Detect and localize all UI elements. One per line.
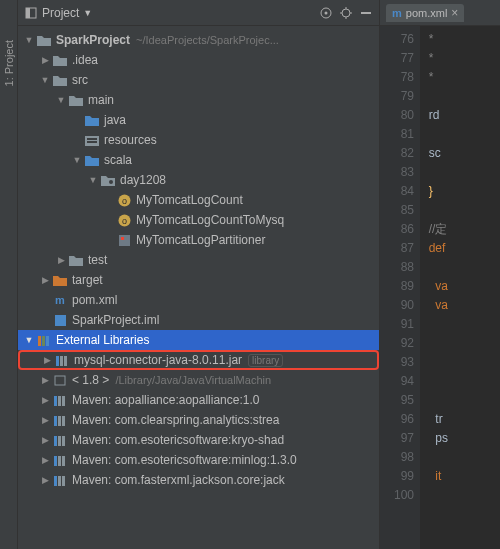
svg-rect-24 xyxy=(54,396,57,406)
project-toolbar: Project ▼ xyxy=(18,0,379,26)
svg-rect-5 xyxy=(361,12,371,14)
svg-rect-18 xyxy=(42,336,45,346)
tree-item-idea[interactable]: ▶ .idea xyxy=(18,50,379,70)
svg-point-4 xyxy=(342,9,350,17)
project-path: ~/IdeaProjects/SparkProjec... xyxy=(136,34,279,46)
tree-item-iml[interactable]: SparkProject.iml xyxy=(18,310,379,330)
tree-item-test[interactable]: ▶ test xyxy=(18,250,379,270)
tool-window-project[interactable]: 1: Project xyxy=(3,40,15,86)
maven-icon: m xyxy=(392,7,402,19)
svg-rect-20 xyxy=(56,356,59,366)
tree-item-pom[interactable]: m pom.xml xyxy=(18,290,379,310)
project-name: SparkProject xyxy=(56,33,130,47)
svg-rect-32 xyxy=(62,436,65,446)
chevron-right-icon[interactable]: ▶ xyxy=(38,395,52,405)
svg-text:o: o xyxy=(121,196,126,206)
chevron-right-icon[interactable]: ▶ xyxy=(38,475,52,485)
chevron-down-icon[interactable]: ▼ xyxy=(38,75,52,85)
svg-rect-23 xyxy=(55,376,65,385)
library-icon xyxy=(52,392,68,408)
line-gutter: 7677787980818283848586878889909192939495… xyxy=(380,26,420,549)
chevron-down-icon[interactable]: ▼ xyxy=(22,35,36,45)
svg-rect-25 xyxy=(58,396,61,406)
locate-icon[interactable] xyxy=(319,6,333,20)
editor-tabs: m pom.xml × xyxy=(380,0,500,26)
tree-lib-maven[interactable]: ▶ Maven: com.esotericsoftware:minlog:1.3… xyxy=(18,450,379,470)
tree-item-scala[interactable]: ▼ scala xyxy=(18,150,379,170)
svg-rect-7 xyxy=(87,138,97,140)
tree-file-logcount[interactable]: o MyTomcatLogCount xyxy=(18,190,379,210)
chevron-right-icon[interactable]: ▶ xyxy=(38,455,52,465)
chevron-right-icon[interactable]: ▶ xyxy=(38,415,52,425)
folder-icon xyxy=(36,32,52,48)
svg-rect-38 xyxy=(62,476,65,486)
tree-lib-jdk[interactable]: ▶ < 1.8 > /Library/Java/JavaVirtualMachi… xyxy=(18,370,379,390)
svg-rect-14 xyxy=(119,235,130,246)
chevron-down-icon[interactable]: ▼ xyxy=(54,95,68,105)
libraries-icon xyxy=(36,332,52,348)
library-tag: library xyxy=(248,354,283,367)
chevron-down-icon[interactable]: ▼ xyxy=(22,335,36,345)
tree-lib-mysql[interactable]: ▶ mysql-connector-java-8.0.11.jar librar… xyxy=(18,350,379,370)
package-icon xyxy=(100,172,116,188)
tree-item-resources[interactable]: resources xyxy=(18,130,379,150)
tree-item-target[interactable]: ▶ target xyxy=(18,270,379,290)
editor-tab-pom[interactable]: m pom.xml × xyxy=(386,4,464,22)
folder-icon xyxy=(68,92,84,108)
tree-item-main[interactable]: ▼ main xyxy=(18,90,379,110)
tree-lib-maven[interactable]: ▶ Maven: aopalliance:aopalliance:1.0 xyxy=(18,390,379,410)
scala-object-icon: o xyxy=(116,192,132,208)
svg-rect-35 xyxy=(62,456,65,466)
project-tree: ▼ SparkProject ~/IdeaProjects/SparkProje… xyxy=(18,26,379,549)
tree-item-src[interactable]: ▼ src xyxy=(18,70,379,90)
chevron-right-icon[interactable]: ▶ xyxy=(54,255,68,265)
chevron-down-icon[interactable]: ▼ xyxy=(70,155,84,165)
svg-rect-28 xyxy=(58,416,61,426)
svg-rect-36 xyxy=(54,476,57,486)
tab-label: pom.xml xyxy=(406,7,448,19)
tree-lib-maven[interactable]: ▶ Maven: com.clearspring.analytics:strea xyxy=(18,410,379,430)
tree-item-day1208[interactable]: ▼ day1208 xyxy=(18,170,379,190)
svg-rect-33 xyxy=(54,456,57,466)
source-folder-icon xyxy=(84,152,100,168)
svg-rect-1 xyxy=(26,8,30,18)
tree-item-java[interactable]: java xyxy=(18,110,379,130)
dropdown-label: Project xyxy=(42,6,79,20)
code-area[interactable]: * * * rd sc } //定 def va va tr ps it xyxy=(420,26,500,549)
tree-lib-maven[interactable]: ▶ Maven: com.fasterxml.jackson.core:jack xyxy=(18,470,379,490)
svg-rect-15 xyxy=(121,237,124,240)
svg-point-3 xyxy=(325,11,328,14)
library-icon xyxy=(52,412,68,428)
svg-text:o: o xyxy=(121,216,126,226)
tree-file-logcountmysql[interactable]: o MyTomcatLogCountToMysq xyxy=(18,210,379,230)
chevron-right-icon[interactable]: ▶ xyxy=(40,355,54,365)
scala-object-icon: o xyxy=(116,212,132,228)
tree-root[interactable]: ▼ SparkProject ~/IdeaProjects/SparkProje… xyxy=(18,30,379,50)
chevron-right-icon[interactable]: ▶ xyxy=(38,435,52,445)
chevron-right-icon[interactable]: ▶ xyxy=(38,375,52,385)
svg-rect-21 xyxy=(60,356,63,366)
jdk-icon xyxy=(52,372,68,388)
close-icon[interactable]: × xyxy=(451,6,458,20)
collapse-icon[interactable] xyxy=(359,6,373,20)
source-folder-icon xyxy=(84,112,100,128)
tree-lib-maven[interactable]: ▶ Maven: com.esotericsoftware:kryo-shad xyxy=(18,430,379,450)
svg-rect-19 xyxy=(46,336,49,346)
gear-icon[interactable] xyxy=(339,6,353,20)
library-icon xyxy=(54,352,70,368)
chevron-down-icon[interactable]: ▼ xyxy=(86,175,100,185)
tree-file-partitioner[interactable]: MyTomcatLogPartitioner xyxy=(18,230,379,250)
svg-rect-22 xyxy=(64,356,67,366)
editor-panel: m pom.xml × 7677787980818283848586878889… xyxy=(380,0,500,549)
svg-rect-17 xyxy=(38,336,41,346)
chevron-right-icon[interactable]: ▶ xyxy=(38,55,52,65)
svg-rect-37 xyxy=(58,476,61,486)
tree-external-libraries[interactable]: ▼ External Libraries xyxy=(18,330,379,350)
project-icon xyxy=(24,6,38,20)
scala-class-icon xyxy=(116,232,132,248)
library-icon xyxy=(52,432,68,448)
project-view-dropdown[interactable]: Project ▼ xyxy=(24,6,92,20)
svg-rect-31 xyxy=(58,436,61,446)
chevron-right-icon[interactable]: ▶ xyxy=(38,275,52,285)
library-icon xyxy=(52,452,68,468)
